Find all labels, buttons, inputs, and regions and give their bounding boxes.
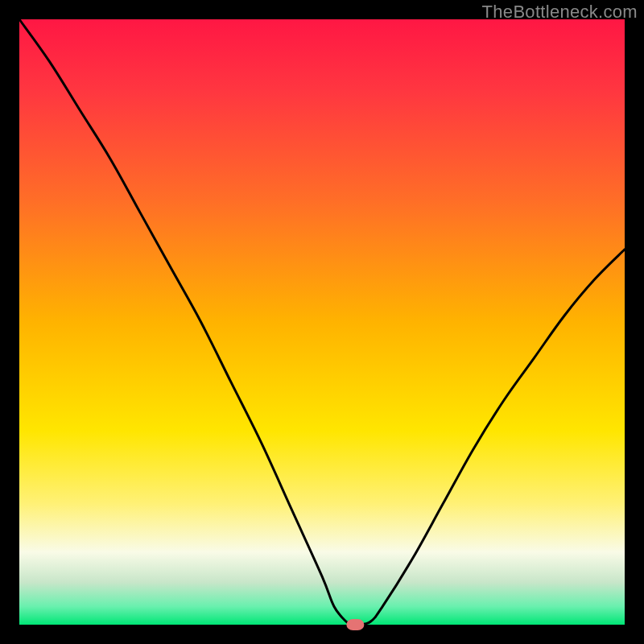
watermark-label: TheBottleneck.com — [482, 2, 638, 23]
chart-container: TheBottleneck.com — [0, 0, 644, 644]
plot-background — [19, 19, 625, 625]
bottleneck-chart — [0, 0, 644, 644]
optimal-marker — [346, 619, 364, 630]
